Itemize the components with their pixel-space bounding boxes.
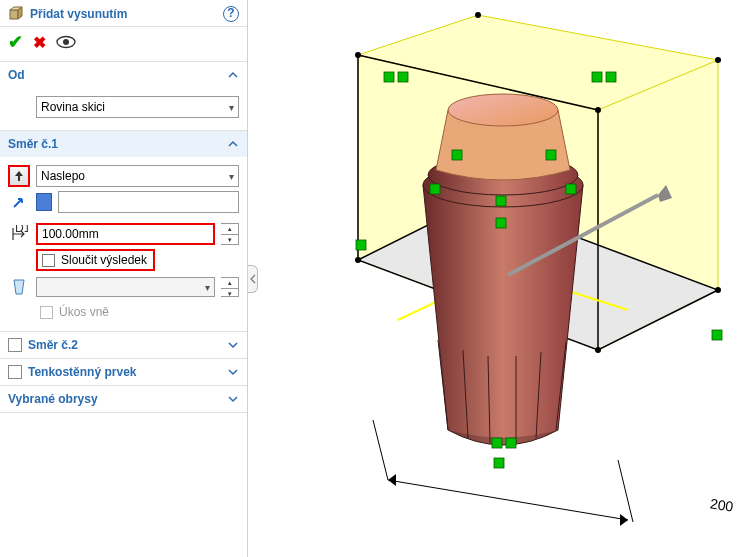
from-dropdown-value: Rovina skici (41, 100, 105, 114)
section-thin-title: Tenkostěnný prvek (28, 365, 227, 379)
reverse-arrow-icon (13, 170, 25, 182)
section-from: Od Rovina skici ▾ (0, 62, 247, 131)
section-direction1-title: Směr č.1 (8, 137, 227, 151)
selection-color-swatch (36, 193, 52, 211)
svg-point-4 (63, 39, 69, 45)
panel-collapse-handle[interactable] (248, 265, 258, 293)
direction-arrow-icon (11, 194, 27, 210)
svg-rect-30 (546, 150, 556, 160)
section-from-title: Od (8, 68, 227, 82)
section-direction1: Směr č.1 Naslepo ▾ (0, 131, 247, 332)
preview-icon[interactable] (56, 35, 76, 49)
direction2-checkbox[interactable] (8, 338, 22, 352)
feature-title: Přidat vysunutím (30, 7, 223, 21)
section-direction2-title: Směr č.2 (28, 338, 227, 352)
depth-up[interactable]: ▴ (221, 224, 238, 235)
chevron-up-icon (227, 138, 239, 150)
svg-rect-37 (494, 458, 504, 468)
svg-rect-32 (496, 196, 506, 206)
depth-spinner[interactable]: ▴▾ (221, 223, 239, 245)
section-thin-feature: Tenkostěnný prvek (0, 359, 247, 386)
svg-point-39 (595, 107, 601, 113)
cancel-button[interactable]: ✖ (33, 33, 46, 52)
ok-button[interactable]: ✔ (8, 31, 23, 53)
merge-result-label: Sloučit výsledek (61, 253, 147, 267)
svg-line-47 (618, 460, 633, 522)
draft-dropdown[interactable]: ▾ (36, 277, 215, 297)
svg-line-46 (373, 420, 388, 480)
3d-scene (258, 0, 750, 557)
merge-result-row[interactable]: Sloučit výsledek (36, 249, 155, 271)
chevron-up-icon (227, 69, 239, 81)
depth-down[interactable]: ▾ (221, 235, 238, 245)
svg-point-42 (715, 57, 721, 63)
svg-rect-29 (452, 150, 462, 160)
feature-header: Přidat vysunutím ? (0, 2, 247, 27)
chevron-down-icon (227, 366, 239, 378)
section-direction2-header[interactable]: Směr č.2 (0, 332, 247, 358)
svg-rect-31 (430, 184, 440, 194)
extrude-icon (8, 6, 24, 22)
dimension-value[interactable]: 200 (709, 495, 734, 514)
chevron-down-icon (227, 339, 239, 351)
svg-rect-24 (398, 72, 408, 82)
svg-rect-28 (712, 330, 722, 340)
confirm-row: ✔ ✖ (0, 27, 247, 62)
svg-rect-34 (496, 218, 506, 228)
svg-marker-6 (14, 280, 24, 294)
help-icon[interactable]: ? (223, 6, 239, 22)
svg-rect-27 (356, 240, 366, 250)
svg-point-20 (448, 94, 558, 126)
section-contours: Vybrané obrysy (0, 386, 247, 413)
svg-rect-35 (492, 438, 502, 448)
3d-viewport[interactable]: 200 (258, 0, 750, 557)
depth-field[interactable]: 100.00mm (36, 223, 215, 245)
chevron-left-icon (250, 274, 256, 284)
direction-selection-field[interactable] (58, 191, 239, 213)
svg-text:D1: D1 (15, 225, 28, 235)
svg-rect-36 (506, 438, 516, 448)
depth-icon: D1 (10, 225, 28, 243)
draft-outward-row: Úkos vně (8, 301, 239, 323)
draft-outward-label: Úkos vně (59, 305, 109, 319)
svg-point-38 (355, 52, 361, 58)
svg-line-45 (388, 480, 628, 520)
merge-result-checkbox[interactable] (42, 254, 55, 267)
end-condition-value: Naslepo (41, 169, 85, 183)
draft-outward-checkbox (40, 306, 53, 319)
svg-rect-23 (384, 72, 394, 82)
section-direction2: Směr č.2 (0, 332, 247, 359)
property-manager-panel: Přidat vysunutím ? ✔ ✖ Od Rovina skici ▾… (0, 0, 248, 557)
depth-value: 100.00mm (42, 227, 99, 241)
thin-checkbox[interactable] (8, 365, 22, 379)
reverse-direction-button[interactable] (8, 165, 30, 187)
section-contours-title: Vybrané obrysy (8, 392, 227, 406)
svg-rect-0 (10, 10, 18, 19)
draft-icon (10, 278, 28, 296)
svg-rect-25 (592, 72, 602, 82)
svg-rect-33 (566, 184, 576, 194)
section-direction1-header[interactable]: Směr č.1 (0, 131, 247, 157)
svg-point-41 (595, 347, 601, 353)
svg-rect-26 (606, 72, 616, 82)
svg-point-40 (355, 257, 361, 263)
draft-spinner[interactable]: ▴▾ (221, 277, 239, 297)
end-condition-dropdown[interactable]: Naslepo ▾ (36, 165, 239, 187)
section-from-header[interactable]: Od (0, 62, 247, 88)
from-dropdown[interactable]: Rovina skici ▾ (36, 96, 239, 118)
section-contours-header[interactable]: Vybrané obrysy (0, 386, 247, 412)
section-thin-header[interactable]: Tenkostěnný prvek (0, 359, 247, 385)
svg-point-43 (715, 287, 721, 293)
svg-point-44 (475, 12, 481, 18)
chevron-down-icon (227, 393, 239, 405)
